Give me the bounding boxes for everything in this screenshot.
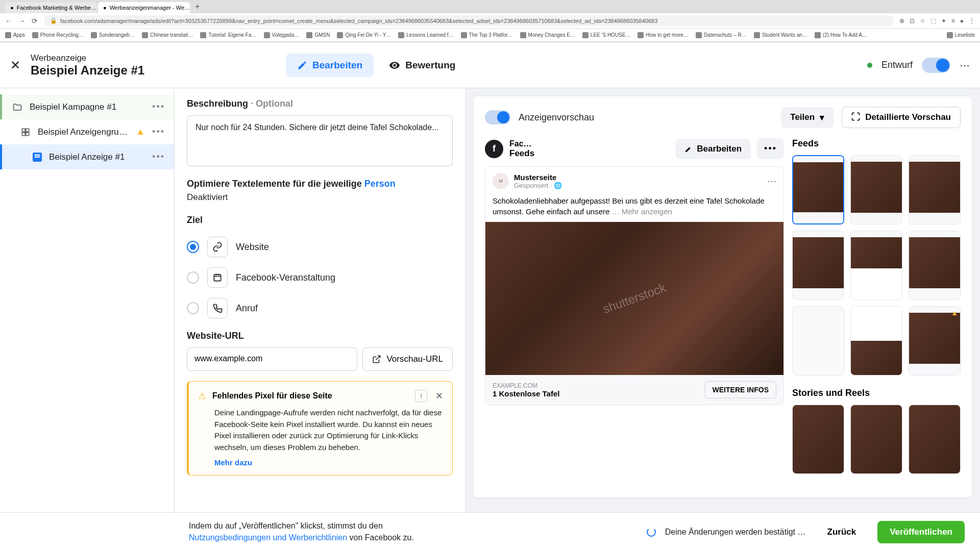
bookmark[interactable]: Chinese translati… bbox=[142, 32, 193, 38]
bookmark[interactable]: LEE 'S HOUSE… bbox=[582, 32, 631, 38]
description-label: Beschreibung · Optional bbox=[187, 98, 453, 109]
goal-option-event[interactable]: Facebook-Veranstaltung bbox=[187, 262, 453, 293]
bookmark[interactable]: Qing Fei De Yi - Y… bbox=[337, 32, 391, 38]
stories-section-title: Stories und Reels bbox=[792, 388, 961, 398]
browser-tab[interactable]: ●Facebook Marketing & Werbe…× bbox=[5, 2, 97, 13]
placement-thumbnail[interactable] bbox=[850, 306, 902, 375]
bookmark[interactable]: Volejgada… bbox=[264, 32, 300, 38]
phone-icon bbox=[207, 298, 228, 318]
learn-more-link[interactable]: Mehr dazu bbox=[214, 458, 443, 467]
person-link[interactable]: Person bbox=[364, 179, 396, 189]
bookmark[interactable]: (2) How To Add A… bbox=[815, 32, 867, 38]
zoom-icon[interactable]: ⊕ bbox=[899, 17, 904, 24]
page-title: Beispiel Anzeige #1 bbox=[31, 63, 235, 78]
back-button[interactable]: Zurück bbox=[815, 521, 869, 543]
terms-link[interactable]: Nutzungsbedingungen und Werberichtlinien bbox=[189, 533, 347, 542]
bookmark-readlist[interactable]: Leseliste bbox=[947, 32, 975, 38]
extension-icon[interactable]: ⬚ bbox=[930, 17, 936, 24]
bookmark[interactable]: Sonderangeb… bbox=[91, 32, 135, 38]
ad-primary-text: Schokoladenliebhaber aufgepasst! Bei uns… bbox=[485, 195, 783, 222]
sidebar-item-adset[interactable]: Beispiel Anzeigengrup… ▲ ••• bbox=[0, 119, 174, 144]
svg-rect-3 bbox=[26, 132, 29, 135]
svg-rect-6 bbox=[214, 274, 220, 281]
placement-thumbnail[interactable] bbox=[909, 155, 961, 224]
goal-option-call[interactable]: Anruf bbox=[187, 293, 453, 323]
warning-icon: ▲ bbox=[136, 127, 145, 137]
bookmark[interactable]: The Top 3 Platfor… bbox=[461, 32, 513, 38]
more-icon[interactable]: ⋯ bbox=[960, 59, 970, 71]
bookmark[interactable]: Money Changes E… bbox=[520, 32, 575, 38]
close-icon[interactable]: ✕ bbox=[435, 390, 443, 402]
bookmark[interactable]: Datenschutz – R… bbox=[696, 32, 747, 38]
warning-icon: ▲ bbox=[951, 309, 958, 317]
publish-button[interactable]: Veröffentlichen bbox=[877, 521, 965, 543]
close-button[interactable]: ✕ bbox=[10, 58, 31, 72]
more-icon[interactable]: ••• bbox=[152, 152, 165, 162]
bookmark[interactable]: Phone Recycling… bbox=[32, 32, 84, 38]
bookmark[interactable]: Student Wants an… bbox=[754, 32, 807, 38]
preview-toggle[interactable] bbox=[485, 110, 510, 124]
sidebar-item-ad[interactable]: Beispiel Anzeige #1 ••• bbox=[0, 144, 174, 169]
placement-thumbnail[interactable] bbox=[850, 155, 902, 224]
goal-option-website[interactable]: Website bbox=[187, 232, 453, 262]
url-input[interactable]: 🔒facebook.com/adsmanager/manage/ads/edit… bbox=[44, 15, 893, 26]
svg-rect-5 bbox=[35, 156, 40, 157]
tab-edit[interactable]: Bearbeiten bbox=[286, 54, 374, 77]
placement-thumbnail[interactable]: ▲ bbox=[909, 306, 961, 375]
placement-thumbnail[interactable] bbox=[909, 231, 961, 300]
more-icon[interactable]: ••• bbox=[152, 102, 165, 112]
bookmark[interactable]: GMSN bbox=[306, 32, 330, 38]
reload-icon[interactable]: ⟳ bbox=[32, 17, 38, 25]
browser-tab[interactable]: ●Werbeanzeigenmanager - We…× bbox=[98, 2, 190, 13]
detailed-preview-button[interactable]: ⛶Detaillierte Vorschau bbox=[842, 107, 961, 128]
placement-thumbnail[interactable] bbox=[909, 405, 961, 474]
more-icon[interactable]: ⋯ bbox=[767, 176, 776, 187]
bookmark[interactable]: Apps bbox=[5, 32, 25, 38]
stories-thumbnails bbox=[792, 405, 961, 474]
placement-thumbnail[interactable] bbox=[792, 405, 844, 474]
new-tab-button[interactable]: + bbox=[191, 0, 204, 13]
feedback-icon[interactable]: ! bbox=[415, 390, 427, 402]
forward-icon[interactable]: → bbox=[18, 17, 26, 25]
avatar-icon[interactable]: ● bbox=[960, 17, 964, 24]
star-icon[interactable]: ☆ bbox=[920, 17, 925, 24]
preview-url-button[interactable]: Vorschau-URL bbox=[362, 347, 453, 371]
ad-headline: 1 Kostenlose Tafel bbox=[493, 389, 705, 398]
placement-thumbnail[interactable] bbox=[792, 231, 844, 300]
placement-thumbnail[interactable] bbox=[850, 405, 902, 474]
preview-column: Anzeigenvorschau Teilen▾ ⛶Detaillierte V… bbox=[465, 88, 980, 513]
bookmark[interactable]: How to get more… bbox=[638, 32, 688, 38]
more-button[interactable]: ••• bbox=[757, 138, 784, 159]
ad-active-toggle[interactable] bbox=[922, 58, 950, 73]
more-icon[interactable]: ••• bbox=[152, 127, 165, 137]
description-input[interactable]: Nur noch für 24 Stunden. Sichere dir jet… bbox=[187, 115, 453, 166]
bookmark[interactable]: Tutorial: Eigene Fa… bbox=[200, 32, 256, 38]
website-url-input[interactable]: www.example.com bbox=[187, 347, 357, 371]
sidebar-item-campaign[interactable]: Beispiel Kampagne #1 ••• bbox=[0, 94, 174, 119]
svg-rect-0 bbox=[22, 129, 25, 132]
extensions-icon[interactable]: ✦ bbox=[941, 17, 946, 24]
form-column: Beschreibung · Optional Nur noch für 24 … bbox=[175, 88, 465, 513]
ad-icon bbox=[33, 153, 42, 162]
placement-thumbnail[interactable] bbox=[792, 155, 844, 224]
placement-thumbnail[interactable] bbox=[792, 306, 844, 375]
loading-spinner-icon bbox=[647, 528, 656, 537]
menu-icon[interactable]: ⋮ bbox=[969, 17, 975, 24]
ad-image bbox=[485, 222, 783, 375]
page-avatar: M bbox=[493, 173, 509, 189]
ad-cta-button[interactable]: WEITERE INFOS bbox=[705, 381, 776, 398]
see-more-link[interactable]: … Mehr anzeigen bbox=[611, 207, 672, 216]
pencil-icon bbox=[297, 60, 307, 70]
placement-thumbnail[interactable] bbox=[850, 231, 902, 300]
feeds-section-title: Feeds bbox=[792, 138, 961, 149]
tab-review[interactable]: Bewertung bbox=[378, 54, 467, 77]
share-button[interactable]: Teilen▾ bbox=[781, 107, 834, 128]
wkmark[interactable]: Lessons Learned f… bbox=[398, 32, 453, 38]
translate-icon[interactable]: ⊡ bbox=[910, 17, 915, 24]
warning-icon: ⚠ bbox=[198, 390, 206, 402]
feeds-thumbnails: ▲ bbox=[792, 155, 961, 375]
back-icon[interactable]: ← bbox=[5, 17, 12, 25]
readlist-icon[interactable]: ≡ bbox=[951, 17, 955, 24]
address-bar: ← → ⟳ 🔒facebook.com/adsmanager/manage/ad… bbox=[0, 13, 980, 29]
edit-creative-button[interactable]: Bearbeiten bbox=[675, 139, 751, 159]
